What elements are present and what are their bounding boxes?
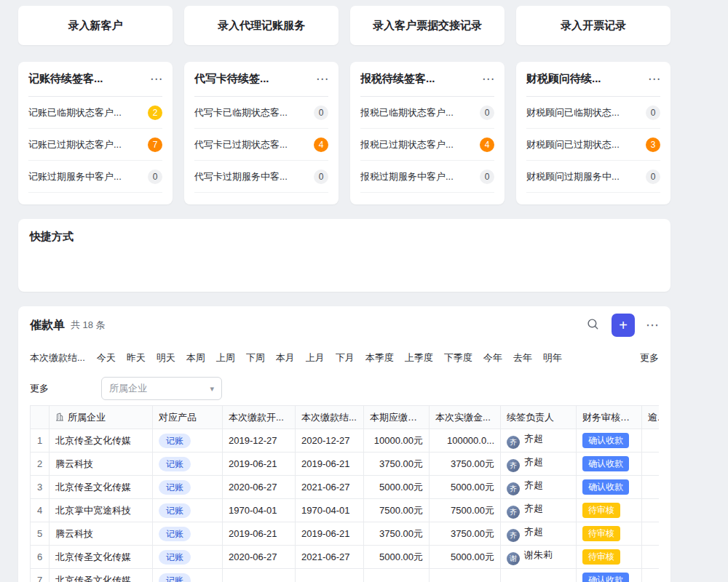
more-icon[interactable]: ⋯ (316, 73, 328, 85)
status-cell[interactable]: 待审核 (577, 522, 642, 546)
start-date-cell[interactable] (223, 569, 296, 582)
status-cell[interactable]: 待审核 (577, 546, 642, 569)
more-icon[interactable]: ⋯ (150, 73, 162, 85)
start-date-cell[interactable]: 2019-06-21 (223, 453, 296, 476)
paid-amount-cell[interactable]: 7500.00元 (430, 499, 501, 522)
more-date-filters[interactable]: 更多 (640, 351, 659, 364)
enterprise-filter-select[interactable]: 所属企业 ▾ (101, 377, 222, 400)
start-date-cell[interactable]: 2019-12-27 (223, 429, 296, 453)
paid-amount-cell[interactable]: 5000.00元 (430, 476, 501, 499)
table-row[interactable]: 6北京传圣文化传媒记账2020-06-272021-06-275000.00元5… (31, 546, 660, 569)
overdue-cell[interactable] (642, 499, 660, 522)
due-amount-cell[interactable]: 5000.00元 (364, 476, 430, 499)
more-icon[interactable]: ⋯ (648, 73, 660, 85)
more-icon[interactable]: ⋯ (482, 73, 494, 85)
due-amount-cell[interactable]: 5000.00元 (364, 546, 430, 569)
column-header-paid[interactable]: 本次实缴金... (430, 406, 501, 429)
product-cell[interactable]: 记账 (153, 499, 223, 522)
date-filter-option[interactable]: 本周 (186, 351, 205, 364)
status-cell[interactable]: 确认收款 (577, 569, 642, 582)
end-date-cell[interactable]: 2021-06-27 (296, 476, 364, 499)
stat-list-item[interactable]: 财税顾问已过期状态...3 (526, 129, 660, 161)
date-filter-option[interactable]: 上周 (216, 351, 235, 364)
date-filter-option[interactable]: 本月 (276, 351, 295, 364)
company-cell[interactable]: 腾云科技 (50, 522, 153, 546)
overdue-cell[interactable] (642, 429, 660, 453)
table-row[interactable]: 2腾云科技记账2019-06-212019-06-213750.00元3750.… (31, 453, 660, 476)
owner-cell[interactable]: 齐齐超 (501, 453, 577, 476)
date-filter-option[interactable]: 明年 (543, 351, 562, 364)
date-filter-option[interactable]: 下周 (246, 351, 265, 364)
column-header-owner[interactable]: 续签负责人 (501, 406, 577, 429)
column-header-end[interactable]: 本次缴款结... (296, 406, 364, 429)
product-cell[interactable]: 记账 (153, 429, 223, 453)
date-filter-option[interactable]: 去年 (513, 351, 532, 364)
product-cell[interactable]: 记账 (153, 546, 223, 569)
owner-cell[interactable]: 齐齐超 (501, 429, 577, 453)
overdue-cell[interactable] (642, 476, 660, 499)
more-icon[interactable]: ⋯ (646, 319, 659, 332)
table-row[interactable]: 3北京传圣文化传媒记账2020-06-272021-06-275000.00元5… (31, 476, 660, 499)
column-header-status[interactable]: 财务审核状... (577, 406, 642, 429)
company-cell[interactable]: 北京掌中宽途科技 (50, 499, 153, 522)
owner-cell[interactable] (501, 569, 577, 582)
column-header-start[interactable]: 本次缴款开... (223, 406, 296, 429)
date-filter-option[interactable]: 昨天 (127, 351, 146, 364)
overdue-cell[interactable] (642, 569, 660, 582)
date-filter-option[interactable]: 上月 (306, 351, 325, 364)
product-cell[interactable]: 记账 (153, 569, 223, 582)
start-date-cell[interactable]: 2020-06-27 (223, 476, 296, 499)
owner-cell[interactable]: 齐齐超 (501, 522, 577, 546)
company-cell[interactable]: 北京传圣文化传媒 (50, 546, 153, 569)
search-button[interactable] (585, 316, 601, 334)
due-amount-cell[interactable]: 10000.00元 (364, 429, 430, 453)
date-filter-option[interactable]: 下月 (336, 351, 355, 364)
start-date-cell[interactable]: 2019-06-21 (223, 522, 296, 546)
company-cell[interactable]: 北京传圣文化传媒 (50, 429, 153, 453)
due-amount-cell[interactable]: 3750.00元 (364, 453, 430, 476)
date-filter-option[interactable]: 本季度 (365, 351, 394, 364)
stat-list-item[interactable]: 记账已过期状态客户...7 (28, 129, 162, 161)
column-header-product[interactable]: 对应产品 (153, 406, 223, 429)
paid-amount-cell[interactable] (430, 569, 501, 582)
stat-list-item[interactable]: 记账已临期状态客户...2 (28, 97, 162, 129)
product-cell[interactable]: 记账 (153, 522, 223, 546)
start-date-cell[interactable]: 2020-06-27 (223, 546, 296, 569)
stat-list-item[interactable]: 财税顾问已临期状态...0 (526, 97, 660, 129)
stat-list-item[interactable]: 代写卡已临期状态客...0 (194, 97, 328, 129)
stat-list-item[interactable]: 报税过期服务中客户...0 (360, 161, 494, 193)
end-date-cell[interactable]: 2019-06-21 (296, 453, 364, 476)
overdue-cell[interactable] (642, 522, 660, 546)
stat-list-item[interactable]: 财税顾问过期服务中...0 (526, 161, 660, 193)
status-cell[interactable]: 确认收款 (577, 429, 642, 453)
date-filter-option[interactable]: 今年 (483, 351, 502, 364)
end-date-cell[interactable]: 2020-12-27 (296, 429, 364, 453)
table-row[interactable]: 5腾云科技记账2019-06-212019-06-213750.00元3750.… (31, 522, 660, 546)
owner-cell[interactable]: 齐齐超 (501, 476, 577, 499)
product-cell[interactable]: 记账 (153, 453, 223, 476)
table-row[interactable]: 1北京传圣文化传媒记账2019-12-272020-12-2710000.00元… (31, 429, 660, 453)
quick-entry-invoicing-record-button[interactable]: 录入开票记录 (516, 6, 670, 45)
date-filter-option[interactable]: 下季度 (444, 351, 472, 364)
stat-list-item[interactable]: 报税已临期状态客户...0 (360, 97, 494, 129)
column-header-overdue[interactable]: 逾... (642, 406, 660, 429)
start-date-cell[interactable]: 1970-04-01 (223, 499, 296, 522)
due-amount-cell[interactable] (364, 569, 430, 582)
column-header-due[interactable]: 本期应缴金... (364, 406, 430, 429)
paid-amount-cell[interactable]: 100000.0... (430, 429, 501, 453)
quick-entry-invoice-handover-button[interactable]: 录入客户票据交接记录 (350, 6, 505, 45)
paid-amount-cell[interactable]: 5000.00元 (430, 546, 501, 569)
stat-list-item[interactable]: 代写卡过期服务中客...0 (194, 161, 328, 193)
stat-list-item[interactable]: 代写卡已过期状态客...4 (194, 129, 328, 161)
status-cell[interactable]: 确认收款 (577, 476, 642, 499)
due-amount-cell[interactable]: 7500.00元 (364, 499, 430, 522)
owner-cell[interactable]: 齐齐超 (501, 499, 577, 522)
table-row[interactable]: 4北京掌中宽途科技记账1970-04-011970-04-017500.00元7… (31, 499, 660, 522)
quick-entry-bookkeeping-service-button[interactable]: 录入代理记账服务 (184, 6, 339, 45)
end-date-cell[interactable] (296, 569, 364, 582)
date-filter-option[interactable]: 上季度 (405, 351, 433, 364)
status-cell[interactable]: 确认收款 (577, 453, 642, 476)
status-cell[interactable]: 待审核 (577, 499, 642, 522)
company-cell[interactable]: 北京传圣文化传媒 (50, 476, 153, 499)
end-date-cell[interactable]: 2019-06-21 (296, 522, 364, 546)
